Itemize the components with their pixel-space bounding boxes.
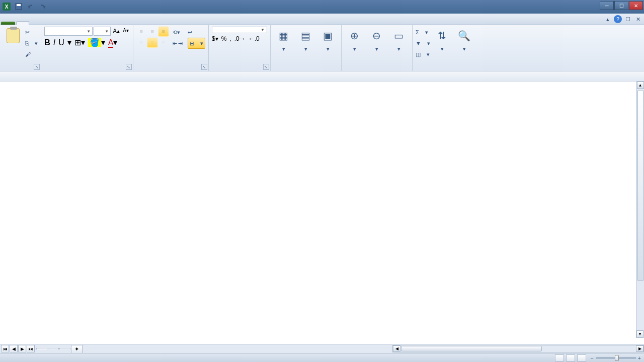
horizontal-scrollbar[interactable]: ◀ ▶	[392, 345, 644, 352]
zoom-out-button[interactable]: −	[590, 355, 593, 361]
format-icon: ▭	[391, 28, 407, 44]
align-left[interactable]: ≡	[136, 38, 146, 48]
increase-font-icon[interactable]: A▴	[112, 27, 121, 36]
zoom-slider[interactable]	[596, 357, 636, 359]
hscroll-thumb[interactable]	[401, 346, 542, 351]
border-button[interactable]: ⊞▾	[74, 38, 85, 47]
font-launcher[interactable]: ⤡	[126, 64, 132, 70]
align-center[interactable]: ≡	[147, 38, 157, 48]
excel-app-icon[interactable]: X	[1, 1, 12, 12]
find-select-button[interactable]: 🔍▾	[454, 27, 474, 53]
clipboard-launcher[interactable]: ⤡	[34, 64, 40, 70]
file-tab[interactable]	[1, 22, 15, 25]
save-icon[interactable]	[13, 1, 24, 12]
sheet-nav-next[interactable]: ▶	[18, 345, 26, 352]
minimize-button[interactable]: ─	[600, 1, 614, 10]
font-name-box[interactable]: ▼	[44, 27, 93, 36]
number-launcher[interactable]: ⤡	[263, 64, 269, 70]
hscroll-right[interactable]: ▶	[636, 345, 643, 352]
increase-indent[interactable]: ⇥	[178, 40, 183, 47]
conditional-icon: ▦	[276, 28, 292, 44]
editing-label	[416, 70, 474, 71]
decrease-indent[interactable]: ⇤	[173, 40, 177, 47]
page-layout-view-button[interactable]	[566, 354, 575, 361]
align-right[interactable]: ≡	[158, 38, 169, 48]
tab-insert[interactable]	[29, 22, 41, 25]
align-top-left[interactable]: ≡	[136, 27, 146, 37]
comma-button[interactable]: ,	[229, 35, 231, 42]
cut-button[interactable]: ✂	[25, 27, 38, 38]
sheet-tab-3[interactable]	[59, 348, 70, 349]
font-color-button[interactable]: A▾	[108, 38, 118, 47]
wrap-text-button[interactable]: ↩	[188, 27, 205, 38]
currency-button[interactable]: $▾	[212, 35, 218, 42]
align-top-center[interactable]: ≡	[147, 27, 157, 37]
tab-view[interactable]	[90, 22, 102, 25]
window-close-icon[interactable]: ✕	[634, 15, 642, 23]
orientation-button[interactable]: ⟲▾	[173, 27, 183, 38]
format-cells-button[interactable]: ▭▾	[389, 27, 409, 53]
copy-button[interactable]: ⎘ ▾	[25, 38, 38, 49]
spreadsheet-grid[interactable]	[0, 71, 644, 347]
sheet-nav-prev[interactable]: ◀	[10, 345, 18, 352]
maximize-button[interactable]: ☐	[614, 1, 628, 10]
close-button[interactable]: ✕	[629, 1, 643, 10]
number-format-box[interactable]: ▼	[212, 27, 267, 33]
merge-icon: ⊟	[190, 40, 194, 47]
normal-view-button[interactable]	[555, 354, 564, 361]
bold-button[interactable]: B	[44, 38, 50, 47]
fill-button[interactable]: ▼ ▾	[416, 38, 430, 49]
minimize-ribbon-icon[interactable]: ▴	[604, 15, 612, 23]
cell-styles-button[interactable]: ▣▾	[318, 27, 338, 53]
tab-review[interactable]	[77, 22, 90, 25]
underline-button[interactable]: U	[58, 38, 64, 47]
tab-home[interactable]	[16, 21, 29, 25]
sigma-icon: Σ	[416, 29, 419, 35]
undo-icon[interactable]	[25, 1, 36, 12]
decrease-decimal[interactable]: ←.0	[249, 35, 260, 42]
sheet-nav-first[interactable]: ⏮	[1, 345, 9, 352]
delete-cells-button[interactable]: ⊖▾	[367, 27, 387, 53]
merge-center-button[interactable]: ⊟ ▾	[188, 38, 205, 49]
format-painter-button[interactable]: 🖌	[25, 49, 38, 60]
hscroll-left[interactable]: ◀	[393, 345, 400, 352]
conditional-formatting-button[interactable]: ▦▾	[274, 27, 294, 53]
format-as-table-button[interactable]: ▤▾	[296, 27, 316, 53]
group-alignment: ≡ ≡ ≡ ≡ ≡ ≡ ⟲▾ ⇤ ⇥ ↩ ⊟ ▾ ⤡	[133, 25, 209, 71]
tab-data[interactable]	[65, 22, 77, 25]
tab-page-layout[interactable]	[41, 22, 53, 25]
insert-icon: ⊕	[347, 28, 363, 44]
sheet-tab-1[interactable]	[36, 348, 47, 349]
titlebar: X ─ ☐ ✕	[0, 0, 644, 14]
vertical-scrollbar[interactable]: ▲ ▼	[636, 81, 644, 338]
font-size-box[interactable]: ▼	[94, 27, 111, 36]
zoom-in-button[interactable]: +	[638, 355, 641, 361]
decrease-font-icon[interactable]: A▾	[122, 27, 130, 36]
alignment-launcher[interactable]: ⤡	[201, 64, 207, 70]
cell-styles-icon: ▣	[320, 28, 336, 44]
redo-icon[interactable]	[37, 1, 48, 12]
italic-button[interactable]: I	[53, 38, 55, 47]
help-icon[interactable]: ?	[614, 15, 622, 23]
group-editing: Σ ▾ ▼ ▾ ◫ ▾ ⇅▾ 🔍▾	[413, 25, 477, 71]
fill-color-button[interactable]: 🪣▾	[88, 38, 105, 47]
paste-button[interactable]	[3, 27, 23, 46]
autosum-button[interactable]: Σ ▾	[416, 27, 430, 38]
clear-button[interactable]: ◫ ▾	[416, 49, 430, 60]
increase-decimal[interactable]: .0→	[234, 35, 246, 42]
tab-formulas[interactable]	[53, 22, 65, 25]
percent-button[interactable]: %	[221, 35, 227, 42]
align-top-right[interactable]: ≡	[158, 27, 169, 37]
window-restore-icon[interactable]: ☐	[624, 15, 632, 23]
page-break-view-button[interactable]	[577, 354, 586, 361]
sheet-tab-2[interactable]	[48, 348, 59, 349]
scroll-down-button[interactable]: ▼	[636, 330, 643, 338]
scroll-up-button[interactable]: ▲	[637, 81, 644, 89]
scissors-icon: ✂	[25, 29, 30, 36]
sort-icon: ⇅	[434, 28, 450, 44]
new-sheet-button[interactable]: ✦	[71, 345, 83, 353]
insert-cells-button[interactable]: ⊕▾	[345, 27, 365, 53]
sheet-nav-last[interactable]: ⏭	[27, 345, 35, 352]
vscroll-thumb[interactable]	[637, 90, 643, 281]
sort-filter-button[interactable]: ⇅▾	[432, 27, 452, 53]
